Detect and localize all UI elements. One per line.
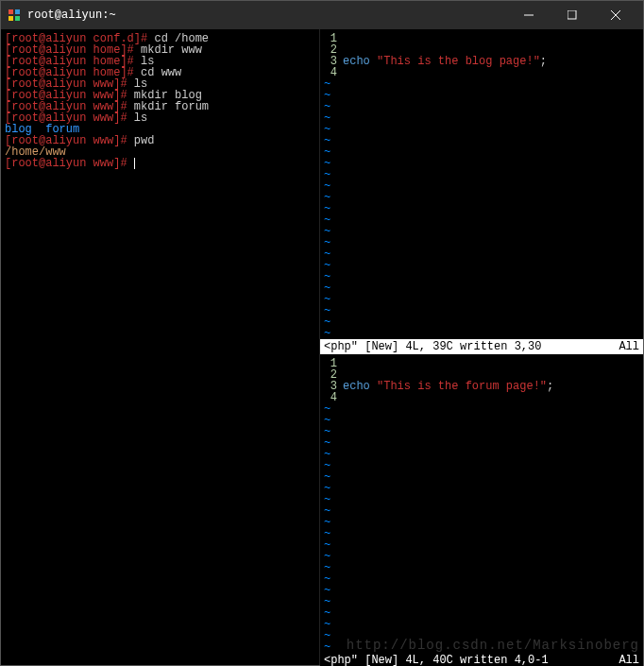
- tilde-line: ~: [320, 403, 643, 415]
- tilde-line: ~: [320, 101, 643, 112]
- code-line: 4: [320, 392, 643, 403]
- tilde-line: ~: [320, 158, 643, 169]
- svg-rect-5: [568, 10, 576, 19]
- tilde-line: ~: [320, 237, 643, 248]
- tilde-line: ~: [320, 551, 643, 562]
- app-icon: [7, 8, 22, 23]
- tilde-line: ~: [320, 415, 643, 426]
- editor-bottom-status: <php" [New] 4L, 40C written 4,0-1 All: [320, 653, 643, 666]
- tilde-line: ~: [320, 641, 643, 653]
- tilde-line: ~: [320, 528, 643, 539]
- tilde-line: ~: [320, 316, 643, 328]
- code-line: 1: [320, 358, 643, 369]
- code-line: 3echo "This is the blog page!";: [320, 56, 643, 67]
- terminal-prompt: [root@aliyun www]#: [5, 158, 315, 169]
- tilde-line: ~: [320, 260, 643, 271]
- tilde-line: ~: [320, 248, 643, 260]
- tilde-line: ~: [320, 135, 643, 146]
- minimize-button[interactable]: [507, 1, 551, 29]
- tilde-line: ~: [320, 607, 643, 619]
- code-line: 3echo "This is the forum page!";: [320, 381, 643, 392]
- tilde-line: ~: [320, 562, 643, 573]
- tilde-line: ~: [320, 449, 643, 460]
- tilde-line: ~: [320, 517, 643, 528]
- tilde-line: ~: [320, 460, 643, 471]
- tilde-line: ~: [320, 437, 643, 449]
- close-button[interactable]: [594, 1, 637, 29]
- tilde-line: ~: [320, 328, 643, 339]
- tilde-line: ~: [320, 214, 643, 226]
- maximize-button[interactable]: [551, 1, 594, 29]
- tilde-line: ~: [320, 483, 643, 494]
- tilde-line: ~: [320, 630, 643, 641]
- editor-pane: 123echo "This is the blog page!";4~~~~~~…: [320, 29, 643, 665]
- window-title: root@aliyun:~: [27, 9, 507, 22]
- tilde-line: ~: [320, 203, 643, 214]
- titlebar[interactable]: root@aliyun:~: [1, 1, 643, 29]
- editor-bottom[interactable]: 123echo "This is the forum page!";4~~~~~…: [320, 354, 643, 666]
- svg-rect-3: [15, 16, 20, 21]
- tilde-line: ~: [320, 124, 643, 135]
- svg-rect-1: [15, 9, 20, 14]
- tilde-line: ~: [320, 78, 643, 90]
- tilde-line: ~: [320, 169, 643, 180]
- tilde-line: ~: [320, 573, 643, 585]
- window-controls: [507, 1, 637, 29]
- content-area: [root@aliyun conf.d]# cd /home[root@aliy…: [1, 29, 643, 665]
- tilde-line: ~: [320, 180, 643, 192]
- tilde-line: ~: [320, 494, 643, 505]
- tilde-line: ~: [320, 585, 643, 596]
- status-left: <php" [New] 4L, 40C written 4,0-1: [324, 654, 549, 666]
- svg-rect-2: [8, 16, 13, 21]
- tilde-line: ~: [320, 192, 643, 203]
- tilde-line: ~: [320, 426, 643, 437]
- terminal-window: root@aliyun:~ [root@aliyun conf.d]# cd /…: [0, 0, 644, 666]
- tilde-line: ~: [320, 305, 643, 316]
- tilde-line: ~: [320, 619, 643, 630]
- editor-top-status: <php" [New] 4L, 39C written 3,30 All: [320, 339, 643, 354]
- tilde-line: ~: [320, 539, 643, 551]
- status-right: All: [619, 654, 639, 666]
- code-line: 4: [320, 67, 643, 78]
- tilde-line: ~: [320, 294, 643, 305]
- terminal-pane[interactable]: [root@aliyun conf.d]# cd /home[root@aliy…: [1, 29, 320, 665]
- editor-top-code[interactable]: 123echo "This is the blog page!";4~~~~~~…: [320, 29, 643, 339]
- tilde-line: ~: [320, 505, 643, 517]
- svg-rect-0: [8, 9, 13, 14]
- tilde-line: ~: [320, 471, 643, 483]
- tilde-line: ~: [320, 271, 643, 282]
- editor-bottom-code[interactable]: 123echo "This is the forum page!";4~~~~~…: [320, 354, 643, 653]
- tilde-line: ~: [320, 596, 643, 607]
- status-right: All: [619, 340, 639, 353]
- tilde-line: ~: [320, 282, 643, 294]
- tilde-line: ~: [320, 90, 643, 101]
- tilde-line: ~: [320, 112, 643, 124]
- code-line: 1: [320, 33, 643, 44]
- editor-top[interactable]: 123echo "This is the blog page!";4~~~~~~…: [320, 29, 643, 354]
- tilde-line: ~: [320, 146, 643, 158]
- tilde-line: ~: [320, 226, 643, 237]
- status-left: <php" [New] 4L, 39C written 3,30: [324, 340, 541, 353]
